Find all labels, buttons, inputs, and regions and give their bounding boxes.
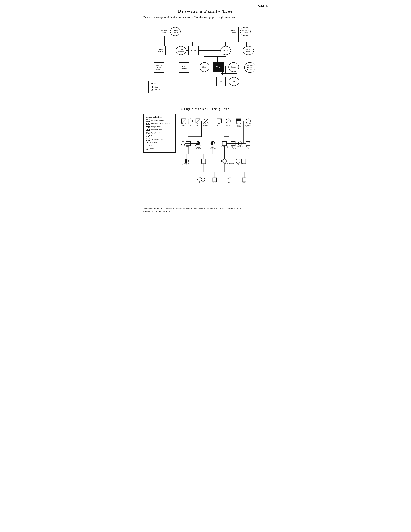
- mothers-sister-node: Mother'sSister: [243, 46, 254, 55]
- source-text: Source: Dresbach, S.H., et al. (1997) De…: [143, 207, 268, 212]
- sym-female-label: Female: [149, 148, 154, 150]
- svg-text:?: ?: [190, 125, 191, 126]
- sym-no-cancer-icon: [146, 119, 150, 122]
- fathers-brother-node: Father'sBrother: [155, 46, 166, 55]
- svg-point-170: [236, 159, 240, 163]
- svg-point-165: [223, 159, 226, 163]
- svg-point-184: [201, 178, 205, 181]
- maternal-female-cousin-label: MaternalFemaleCousin: [247, 64, 253, 71]
- svg-text:28: 28: [247, 150, 249, 151]
- sym-no-cancer-label: No cancer history: [151, 119, 164, 122]
- sym-lymphoma-label: Lymphoma/Leukemia: [151, 132, 167, 134]
- spouse-node: Spouse: [228, 62, 239, 72]
- svg-text:Janet: 35: Janet: 35: [224, 163, 229, 164]
- key-male-icon: [150, 86, 153, 88]
- stepmother-label: Step-Mother: [178, 48, 183, 53]
- svg-line-52: [147, 138, 148, 139]
- key-title: KEY:: [150, 82, 164, 85]
- fathers-brother-label: Father'sBrother: [158, 48, 163, 53]
- svg-text:Lymphoma: 92: Lymphoma: 92: [202, 125, 210, 126]
- svg-rect-194: [243, 178, 246, 182]
- svg-point-113: [196, 142, 197, 143]
- svg-point-54: [146, 139, 148, 141]
- svg-line-80: [217, 119, 222, 123]
- svg-rect-168: [230, 159, 234, 163]
- svg-text:Bruce: 38: Bruce: 38: [229, 163, 234, 165]
- svg-point-30: [148, 120, 150, 122]
- sym-male: Male: [146, 145, 173, 147]
- svg-point-40: [148, 129, 149, 130]
- svg-line-70: [196, 119, 200, 123]
- you-label: You: [216, 66, 220, 69]
- mother-node: Mother: [221, 46, 231, 55]
- activity-label: Activity 3: [143, 5, 268, 8]
- svg-text:William: William: [196, 123, 200, 125]
- svg-text:Attack: 62: Attack: 62: [231, 148, 236, 150]
- medical-tree-svg: Albert: 90 M/I: 85 Nora: ? ? William Age…: [178, 114, 268, 204]
- sym-lung-cancer-label: Lung Cancer: [151, 126, 160, 128]
- fathers-mother-node: Father'sMother: [170, 27, 180, 36]
- svg-line-61: [181, 119, 186, 123]
- svg-rect-58: [146, 145, 148, 147]
- svg-text:Disease: Disease: [246, 126, 251, 127]
- svg-text:Age: 95: Age: 95: [196, 125, 200, 126]
- fathers-father-label: Father'sFather: [161, 29, 167, 34]
- sym-female-icon: [146, 148, 148, 150]
- svg-text:John: John: [218, 123, 221, 125]
- stepmother-node: Step-Mother: [176, 46, 186, 55]
- sym-miscarriage-label: Miscarriage: [150, 142, 159, 144]
- daughter-label: Daughter: [231, 80, 237, 83]
- sym-lung-cancer-icon: [146, 126, 150, 128]
- sym-male-label: Male: [149, 145, 153, 147]
- svg-text:M/I: 85: M/I: 85: [182, 125, 186, 126]
- sym-ovarian-cancer: Ovarian Cancer: [146, 129, 173, 131]
- svg-point-59: [146, 148, 148, 150]
- svg-text:Cancer: 85: Cancer: 85: [236, 126, 242, 127]
- sym-miscarriage-icon: [146, 142, 149, 144]
- svg-rect-189: [213, 178, 217, 182]
- father-label: Father: [191, 49, 196, 52]
- svg-point-55: [148, 139, 150, 141]
- sym-twin-daughters-label: Twin Daughters: [151, 138, 162, 140]
- svg-text:Laura: 8: Laura: 8: [201, 181, 205, 183]
- mothers-mother-label: Mother'sMother: [242, 29, 249, 34]
- sym-deceased: Deceased: [146, 135, 173, 137]
- half-brother-node: HalfBrother: [178, 62, 189, 73]
- sym-breast-cancer-icon: [146, 123, 150, 125]
- sym-lymphoma-icon: [146, 132, 150, 134]
- svg-line-142: [246, 141, 250, 146]
- sym-breast-cancer: Breast Cancer (unilateral): [146, 123, 173, 125]
- you-node: You: [213, 62, 224, 72]
- svg-text:Mike: 87: Mike: 87: [236, 123, 241, 125]
- daughter-node: Daughter: [229, 77, 239, 86]
- svg-point-47: [149, 132, 149, 133]
- svg-text:Jeff: 4: Jeff: 4: [213, 182, 216, 183]
- svg-rect-173: [242, 159, 246, 163]
- sym-deceased-label: Deceased: [151, 135, 158, 137]
- mothers-father-label: Mother'sFather: [230, 29, 236, 34]
- key-male-label: Male: [154, 86, 158, 88]
- family-tree-diagram: Father'sFather Father'sMother Mother'sFa…: [143, 24, 269, 103]
- svg-line-185: [200, 177, 201, 178]
- key-female-item: Female: [150, 88, 164, 91]
- svg-rect-89: [236, 119, 241, 121]
- svg-line-53: [148, 138, 149, 139]
- svg-text:Jack: 2: Jack: 2: [243, 182, 246, 183]
- sym-ovarian-cancer-icon: [146, 129, 150, 131]
- svg-text:Albert: 90: Albert: 90: [181, 123, 187, 125]
- key-female-icon: [150, 89, 153, 91]
- svg-text:Age: 92: Age: 92: [226, 125, 230, 126]
- son-label: Son: [220, 80, 223, 83]
- maternal-female-cousin-node: MaternalFemaleCousin: [244, 62, 255, 73]
- page-title: Drawing a Family Tree: [143, 9, 268, 14]
- sym-no-cancer: No cancer history: [146, 119, 173, 122]
- sym-breast-cancer-label: Breast Cancer (unilateral): [151, 123, 169, 125]
- svg-point-106: [181, 141, 185, 145]
- svg-text:Nora: ?: Nora: ?: [188, 123, 192, 125]
- svg-text:Robert: 40: Robert: 40: [241, 163, 246, 165]
- spouse-label: Spouse: [231, 66, 236, 68]
- svg-point-183: [198, 178, 201, 181]
- svg-rect-160: [202, 159, 206, 163]
- key-female-label: Female: [154, 88, 160, 91]
- svg-rect-41: [146, 132, 148, 134]
